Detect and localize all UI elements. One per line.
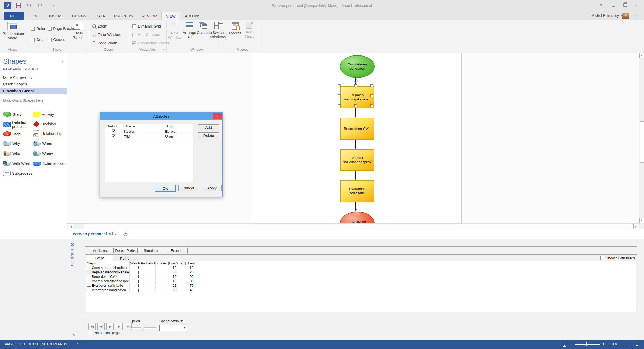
column-header-weight[interactable]: Weight [129, 261, 140, 265]
ok-button[interactable]: OK [155, 185, 176, 192]
playback-first-button[interactable]: |◀ [88, 323, 96, 330]
scrollbar-thumb[interactable] [84, 224, 633, 229]
stencil-shape-subprocess[interactable]: Subprocess [3, 171, 32, 176]
stencil-shape-who[interactable]: Who [3, 151, 20, 156]
attributes-list[interactable]: On/Off Name Unit Kosten Euro's Tijd Uren [105, 124, 193, 182]
flowchart-node-activity-3[interactable]: Voeren sollicitatiegesprek [340, 149, 374, 171]
column-header-steps[interactable]: Steps [86, 261, 129, 265]
column-header-unit[interactable]: Unit [165, 124, 193, 128]
add-button[interactable]: Add [198, 124, 219, 130]
column-header-probability[interactable]: Probability [140, 261, 155, 265]
speed-attribute-select[interactable]: ▾ [159, 325, 187, 331]
probability-slider-handle[interactable] [154, 266, 154, 269]
zoom-slider[interactable] [575, 344, 600, 345]
tab-design[interactable]: DESIGN [67, 12, 91, 20]
stencil-shape-relationship[interactable]: Relationship [33, 130, 62, 137]
zoom-button[interactable]: Zoom [92, 24, 107, 29]
step-row[interactable]: Voeren sollicitatiegesprek 12 80 [86, 279, 635, 283]
more-shapes-item[interactable]: More Shapes ▸ [3, 76, 32, 80]
arrange-all-button[interactable]: Arrange All [183, 22, 196, 39]
zoom-slider-thumb[interactable] [586, 342, 587, 346]
pin-current-page-checkbox[interactable]: Pin current page [88, 331, 120, 335]
checkbox-checked[interactable] [112, 134, 115, 138]
probability-slider-handle[interactable] [154, 271, 154, 274]
scroll-up-icon[interactable]: ▲ [639, 53, 644, 58]
speed-slider-thumb[interactable] [141, 325, 144, 331]
language-indicator[interactable]: DUTCH (NETHERLANDS) [28, 342, 68, 346]
dialog-close-icon[interactable]: × [213, 113, 222, 119]
vertical-scrollbar[interactable]: ▲ ▼ [639, 53, 644, 229]
attribute-row-tijd[interactable]: Tijd Uren [105, 134, 193, 139]
selection-handle[interactable] [370, 84, 373, 87]
stencil-shape-when[interactable]: When [33, 141, 52, 146]
zoom-level[interactable]: 101% [609, 342, 617, 346]
tab-process[interactable]: PROCESS [110, 12, 137, 20]
detect-paths-button[interactable]: Detect Paths [113, 248, 138, 253]
macro-record-icon[interactable] [76, 342, 80, 346]
stencil-flowchart[interactable]: Flowchart Stencil [0, 88, 67, 94]
avatar[interactable] [622, 13, 629, 19]
dialog-title-bar[interactable]: Attributes × [100, 113, 222, 120]
tab-stencils[interactable]: STENCILS [3, 67, 21, 71]
zoom-out-icon[interactable]: − [569, 342, 572, 346]
tab-data[interactable]: DATA [91, 12, 110, 20]
scrollbar-thumb[interactable] [640, 121, 644, 163]
stencil-shape-why[interactable]: ? Why [3, 141, 20, 146]
restore-icon[interactable] [623, 3, 627, 7]
probability-slider-handle[interactable] [154, 289, 154, 292]
flowchart-node-activity-4[interactable]: Evalueren sollicitatie [340, 180, 374, 202]
ruler-checkbox[interactable]: Ruler [31, 26, 46, 31]
visual-aids-dialog-launcher-icon[interactable]: ↘ [163, 48, 165, 51]
close-document-icon[interactable]: × [635, 13, 638, 19]
stencil-shape-external-topic[interactable]: External topic [33, 161, 66, 166]
delete-button[interactable]: Delete [198, 132, 219, 138]
switch-windows-status-icon[interactable] [634, 342, 639, 346]
selection-handle[interactable] [354, 104, 357, 107]
selection-handle[interactable] [370, 104, 373, 107]
quick-shapes-item[interactable]: Quick Shapes [3, 82, 27, 86]
stencil-shape-start[interactable]: Start [3, 112, 21, 117]
step-row[interactable]: Evalueren sollicitatie 22 70 [86, 283, 635, 288]
close-panel-icon[interactable]: × [73, 333, 75, 337]
presentation-mode-status-icon[interactable] [562, 342, 567, 345]
page-breaks-checkbox[interactable]: Page Breaks [48, 26, 75, 31]
tab-insert[interactable]: INSERT [45, 12, 68, 20]
page-tab-werven-personeel[interactable]: Werven personeel [73, 232, 107, 236]
tab-steps[interactable]: Steps [87, 255, 113, 261]
flowchart-node-activity-2[interactable]: Beoordelen CV's [340, 118, 374, 140]
task-panes-button[interactable]: Task Panes ▾ [72, 22, 87, 40]
collapse-panel-icon[interactable]: ‹ [62, 59, 63, 64]
stencil-shape-where[interactable]: Where [33, 151, 53, 156]
stencil-shape-with-what[interactable]: With What [3, 161, 30, 166]
probability-slider-handle[interactable] [154, 275, 154, 278]
flowchart-node-activity-1[interactable]: Bepalen wervingskanalen [340, 86, 374, 108]
playback-step-back-button[interactable]: ◀| [97, 323, 105, 330]
page-width-button[interactable]: Page Width [92, 40, 117, 46]
export-button[interactable]: Export [164, 248, 188, 253]
macros-button[interactable]: Macros [228, 22, 242, 35]
selection-handle[interactable] [370, 94, 373, 97]
add-page-icon[interactable]: + [123, 231, 128, 236]
cascade-button[interactable]: Cascade [197, 22, 209, 35]
column-header-onoff[interactable]: On/Off [105, 124, 124, 128]
selection-handle[interactable] [338, 104, 341, 107]
tab-home[interactable]: HOME [24, 12, 45, 20]
tab-search[interactable]: SEARCH [23, 67, 38, 71]
weight-slider-handle[interactable] [138, 275, 139, 278]
scroll-left-icon[interactable]: ◀ [68, 224, 73, 229]
tab-view[interactable]: VIEW [161, 12, 180, 20]
flowchart-node-stop[interactable]: × Informeren kandidaten [340, 212, 375, 223]
weight-slider-handle[interactable] [138, 271, 139, 274]
selection-handle[interactable] [338, 94, 341, 97]
step-row[interactable]: Constateren behoeften 12 13 [86, 265, 635, 270]
step-row[interactable]: Bepalen wervingskanalen 5 20 [86, 270, 635, 274]
switch-windows-button[interactable]: Switch Windows ▾ [210, 22, 226, 44]
fit-page-icon[interactable] [623, 342, 627, 346]
presentation-mode-button[interactable]: Presentation Mode [3, 22, 22, 40]
selection-handle[interactable] [354, 84, 357, 87]
column-header-name[interactable]: Name [124, 124, 165, 128]
fit-to-window-button[interactable]: Fit to Window [92, 32, 121, 37]
tab-paths[interactable]: Paths [112, 256, 137, 261]
stencil-shape-detailed-process[interactable]: Detailed process [3, 120, 28, 129]
guides-checkbox[interactable]: Guides [48, 37, 65, 42]
